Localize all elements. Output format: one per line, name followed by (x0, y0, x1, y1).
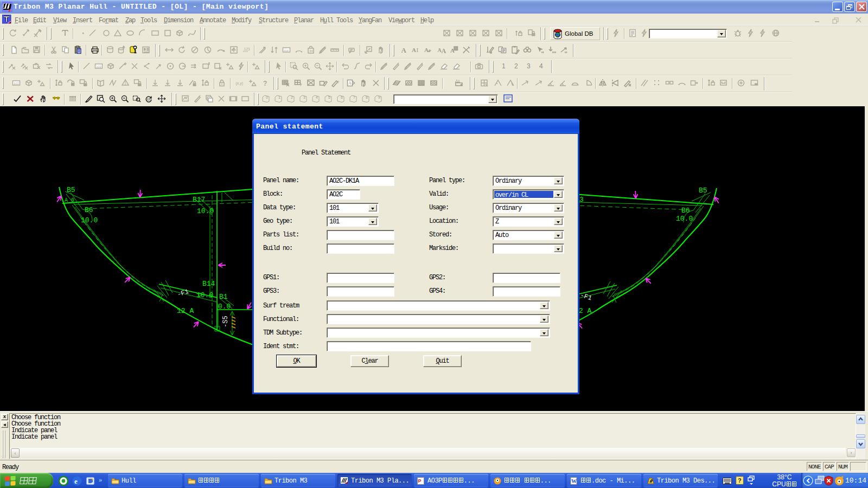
svg-text:9: 9 (378, 95, 380, 99)
svg-text:10.0: 10.0 (81, 216, 98, 224)
svg-text:4: 4 (316, 95, 318, 99)
svg-text:A 0: A 0 (65, 197, 74, 203)
svg-text:P: P (418, 478, 422, 484)
svg-text:1: 1 (278, 95, 280, 99)
svg-text:xyz: xyz (284, 49, 289, 52)
svg-text:.123: .123 (243, 47, 250, 51)
svg-text:B6: B6 (85, 206, 93, 214)
svg-text:-S5: -S5 (222, 316, 229, 328)
svg-text:34: 34 (309, 49, 313, 53)
svg-text:B5: B5 (699, 187, 707, 195)
svg-text:?: ? (263, 80, 267, 87)
svg-text:0: 0 (266, 95, 268, 99)
svg-text:B5: B5 (67, 186, 75, 194)
svg-text:I: I (417, 47, 419, 53)
svg-text:(x,y): (x,y) (236, 81, 244, 86)
svg-text:3: 3 (303, 95, 305, 99)
svg-text:5: 5 (328, 95, 330, 99)
svg-text:A: A (424, 47, 429, 53)
svg-text:102: 102 (96, 65, 102, 68)
svg-text:?: ? (337, 80, 339, 84)
svg-text:B17: B17 (193, 196, 205, 204)
svg-text:B1: B1 (219, 293, 228, 301)
svg-text:A: A (412, 47, 416, 53)
svg-text:A: A (442, 47, 446, 55)
svg-text:-F1: -F1 (579, 291, 593, 302)
svg-text:W: W (571, 478, 577, 484)
svg-text:0.0: 0.0 (218, 303, 231, 311)
svg-text:?: ? (299, 82, 302, 87)
svg-text:10.0: 10.0 (196, 291, 213, 299)
svg-text:102: 102 (14, 82, 20, 85)
svg-text:123: 123 (147, 98, 152, 101)
svg-text:A: A (401, 46, 407, 54)
svg-text:2 A: 2 A (579, 307, 592, 315)
svg-text:12 A: 12 A (177, 307, 194, 315)
svg-text:6: 6 (341, 95, 343, 99)
svg-text:3: 3 (579, 196, 584, 204)
svg-text:A: A (348, 81, 352, 86)
svg-text:10.0: 10.0 (197, 207, 214, 215)
svg-text:7: 7 (353, 95, 355, 99)
svg-text:B6: B6 (681, 207, 690, 215)
svg-text:B14: B14 (202, 280, 215, 288)
svg-text:10.0: 10.0 (676, 215, 693, 223)
svg-text:?: ? (738, 477, 742, 484)
svg-text:8: 8 (366, 95, 368, 99)
svg-text:-F1: -F1 (176, 288, 190, 299)
svg-text:e: e (74, 477, 78, 485)
svg-text:2: 2 (291, 95, 293, 99)
